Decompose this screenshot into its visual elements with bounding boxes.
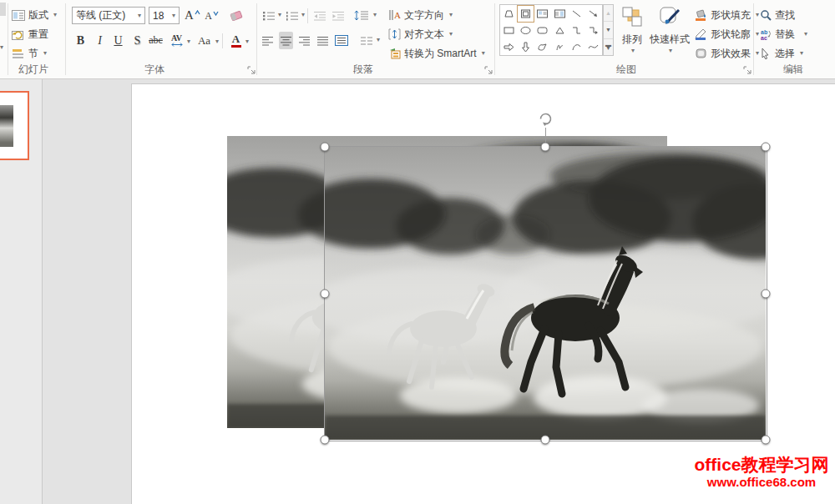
align-center-icon xyxy=(280,36,292,46)
bullets-button[interactable] xyxy=(261,7,276,24)
font-name-combobox[interactable]: 等线 (正文) ▾ xyxy=(72,7,145,24)
text-direction-button[interactable]: A 文字方向 ▾ xyxy=(388,6,453,24)
gallery-scroll-down-icon[interactable]: ▼ xyxy=(604,22,613,38)
bullets-icon xyxy=(262,11,276,21)
layout-button[interactable]: 版式 ▾ xyxy=(12,6,57,24)
distribute-text-button[interactable] xyxy=(334,32,348,49)
shape-trapezoid[interactable] xyxy=(501,6,517,22)
replace-button[interactable]: abac 替换 ▾ xyxy=(760,25,807,43)
underline-button[interactable]: U xyxy=(111,32,125,49)
numbering-icon xyxy=(286,11,299,21)
resize-handle-top-center[interactable] xyxy=(541,143,550,152)
numbering-button[interactable] xyxy=(285,7,299,24)
section-button[interactable]: 节 ▾ xyxy=(12,44,47,63)
resize-handle-middle-right[interactable] xyxy=(762,290,771,299)
shape-rounded-rectangle[interactable] xyxy=(534,23,550,38)
align-center-button[interactable] xyxy=(279,32,293,49)
arrange-icon xyxy=(621,6,644,28)
align-right-button[interactable] xyxy=(297,32,311,49)
font-dialog-launcher[interactable] xyxy=(247,63,256,73)
cutoff-caret-icon: ▾ xyxy=(0,43,3,51)
svg-text:A: A xyxy=(394,10,401,20)
rotate-icon xyxy=(536,109,555,129)
cutoff-button-fragment xyxy=(0,3,6,16)
shape-curve[interactable] xyxy=(585,39,601,55)
line-spacing-button[interactable] xyxy=(354,7,369,24)
gallery-more-icon[interactable]: ▬▼ xyxy=(604,39,613,55)
font-size-combobox[interactable]: 18 ▾ xyxy=(149,7,180,24)
shape-arc[interactable] xyxy=(569,39,584,55)
shape-effects-icon xyxy=(695,48,707,59)
align-text-button[interactable]: 对齐文本 ▾ xyxy=(388,25,453,43)
align-left-icon xyxy=(261,36,274,46)
shape-rectangle[interactable] xyxy=(501,23,517,38)
select-button[interactable]: 选择 ▾ xyxy=(760,44,803,63)
character-spacing-button[interactable]: AV xyxy=(170,32,184,49)
shape-vertical-placeholder[interactable] xyxy=(552,6,568,22)
resize-handle-bottom-left[interactable] xyxy=(321,436,330,445)
clear-formatting-button[interactable] xyxy=(227,7,245,24)
increase-indent-button[interactable] xyxy=(331,7,345,24)
shape-outline-button[interactable]: 形状轮廓 ▾ xyxy=(695,25,759,43)
slide-thumbnail-pane xyxy=(0,79,43,504)
align-left-button[interactable] xyxy=(261,32,275,49)
resize-handle-middle-left[interactable] xyxy=(321,290,330,299)
find-button[interactable]: 查找 xyxy=(760,6,795,24)
shrink-font-button[interactable]: A xyxy=(205,8,219,25)
drawing-dialog-launcher[interactable] xyxy=(743,63,752,73)
paragraph-dialog-launcher[interactable] xyxy=(484,63,493,73)
resize-handle-top-right[interactable] xyxy=(762,143,771,152)
font-color-glyph: A xyxy=(232,33,240,44)
arrange-button[interactable]: 排列 ▾ xyxy=(618,6,646,54)
resize-handle-bottom-center[interactable] xyxy=(541,436,550,445)
italic-button[interactable]: I xyxy=(93,32,107,49)
spacing-arrow-icon xyxy=(171,43,183,47)
drawing-group-label: 绘图 xyxy=(589,63,664,77)
rotate-handle[interactable] xyxy=(536,109,555,132)
quick-styles-button[interactable]: 快速样式 ▾ xyxy=(648,6,691,54)
shape-gallery-scrollbar[interactable]: ▲ ▼ ▬▼ xyxy=(603,4,614,56)
strikethrough-button[interactable]: abc xyxy=(149,32,163,49)
picture-selected[interactable] xyxy=(325,147,766,440)
grow-font-button[interactable]: A xyxy=(185,7,200,24)
shape-outline-icon xyxy=(695,28,707,40)
shape-scribble[interactable] xyxy=(552,39,568,55)
shape-fill-label: 形状填充 xyxy=(711,8,751,23)
shape-down-arrow[interactable] xyxy=(518,39,534,55)
convert-smartart-button[interactable]: 转换为 SmartArt ▾ xyxy=(388,44,485,63)
grow-font-glyph: A xyxy=(185,8,194,23)
font-color-button[interactable]: A xyxy=(229,32,243,49)
reset-button[interactable]: 重置 xyxy=(12,25,48,43)
select-cursor-icon xyxy=(760,48,772,59)
dropdown-caret-icon: ▾ xyxy=(650,48,691,54)
resize-handle-top-left[interactable] xyxy=(321,143,330,152)
dropdown-caret-icon: ▾ xyxy=(215,38,219,45)
shape-freeform[interactable] xyxy=(534,39,550,55)
shape-effects-button[interactable]: 形状效果 ▾ xyxy=(695,44,759,63)
shape-fill-button[interactable]: 形状填充 ▾ xyxy=(695,6,759,24)
dropdown-caret-icon: ▾ xyxy=(373,12,377,18)
shape-arrow[interactable] xyxy=(585,6,601,22)
shape-elbow-arrow-connector[interactable] xyxy=(585,23,601,38)
shape-elbow-connector[interactable] xyxy=(569,23,584,38)
shape-text-placeholder[interactable] xyxy=(534,6,550,22)
text-shadow-button[interactable]: S xyxy=(130,32,144,49)
shape-fill-icon xyxy=(695,9,707,21)
shape-frame[interactable] xyxy=(518,6,534,22)
gallery-scroll-up-icon[interactable]: ▲ xyxy=(604,5,613,22)
bold-button[interactable]: B xyxy=(73,32,88,49)
dropdown-caret-icon: ▾ xyxy=(301,12,305,18)
change-case-button[interactable]: Aa xyxy=(197,32,211,49)
slide-thumbnail-selected[interactable] xyxy=(0,91,29,160)
shape-gallery[interactable] xyxy=(499,4,603,56)
shape-oval[interactable] xyxy=(518,23,534,38)
dropdown-caret-icon: ▾ xyxy=(377,37,380,43)
justify-button[interactable] xyxy=(316,32,330,49)
shape-right-arrow[interactable] xyxy=(501,39,517,55)
align-text-icon xyxy=(388,28,401,40)
shape-triangle[interactable] xyxy=(552,23,568,38)
decrease-indent-button[interactable] xyxy=(312,7,326,24)
columns-button[interactable] xyxy=(359,32,373,49)
shape-line[interactable] xyxy=(569,6,584,22)
resize-handle-bottom-right[interactable] xyxy=(762,436,771,445)
